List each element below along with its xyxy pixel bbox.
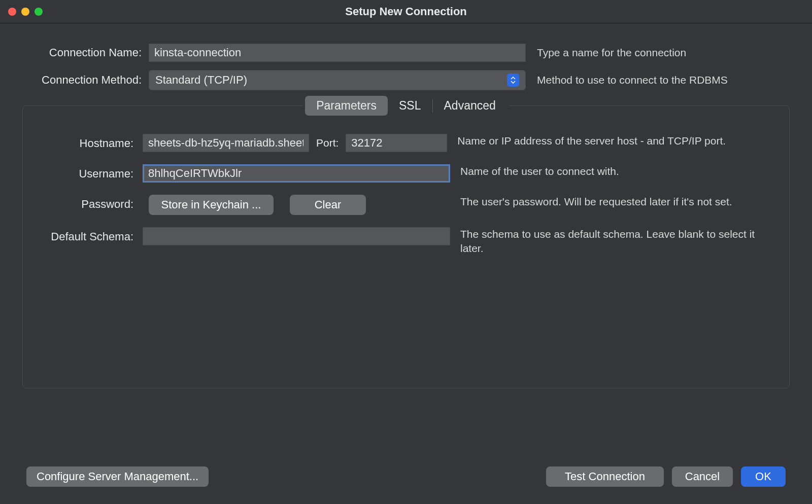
titlebar: Setup New Connection (0, 0, 812, 23)
password-hint: The user's password. Will be requested l… (460, 195, 771, 209)
dialog-content: Connection Name: Type a name for the con… (0, 23, 812, 404)
username-input[interactable] (143, 164, 450, 183)
cancel-button[interactable]: Cancel (672, 466, 733, 487)
password-label: Password: (41, 195, 143, 211)
port-input[interactable] (346, 134, 447, 152)
connection-name-row: Connection Name: Type a name for the con… (22, 44, 790, 62)
username-label: Username: (41, 164, 143, 181)
connection-name-hint: Type a name for the connection (537, 46, 686, 59)
hostname-label: Hostname: (41, 134, 143, 150)
connection-method-value: Standard (TCP/IP) (155, 74, 247, 87)
connection-method-row: Connection Method: Standard (TCP/IP) Met… (22, 70, 790, 90)
connection-name-label: Connection Name: (22, 46, 149, 59)
username-hint: Name of the user to connect with. (460, 164, 771, 178)
window-title: Setup New Connection (0, 5, 812, 18)
hostname-hint: Name or IP address of the server host - … (457, 134, 771, 148)
connection-name-input[interactable] (149, 44, 526, 62)
username-row: Username: Name of the user to connect wi… (41, 164, 771, 183)
configure-server-button[interactable]: Configure Server Management... (26, 466, 209, 487)
schema-label: Default Schema: (41, 227, 143, 243)
test-connection-button[interactable]: Test Connection (546, 466, 664, 487)
dropdown-arrow-icon (507, 74, 519, 87)
clear-password-button[interactable]: Clear (290, 195, 366, 215)
store-keychain-button[interactable]: Store in Keychain ... (149, 195, 274, 215)
hostname-input[interactable] (143, 134, 309, 152)
connection-method-dropdown[interactable]: Standard (TCP/IP) (149, 70, 526, 90)
tab-parameters[interactable]: Parameters (305, 96, 388, 116)
parameters-panel: Parameters SSL Advanced Hostname: Port: … (22, 105, 790, 388)
dialog-footer: Configure Server Management... Test Conn… (26, 466, 786, 487)
parameters-form: Hostname: Port: Name or IP address of th… (23, 134, 789, 256)
maximize-window-button[interactable] (35, 8, 43, 16)
footer-right: Test Connection Cancel OK (546, 466, 786, 487)
tab-ssl[interactable]: SSL (388, 96, 432, 116)
schema-row: Default Schema: The schema to use as def… (41, 227, 771, 256)
schema-hint: The schema to use as default schema. Lea… (460, 227, 771, 256)
port-label: Port: (316, 137, 339, 149)
close-window-button[interactable] (8, 8, 16, 16)
connection-method-hint: Method to use to connect to the RDBMS (537, 73, 728, 87)
schema-input[interactable] (143, 227, 450, 245)
hostname-row: Hostname: Port: Name or IP address of th… (41, 134, 771, 152)
tab-advanced[interactable]: Advanced (433, 96, 507, 116)
connection-method-label: Connection Method: (22, 74, 149, 87)
tab-group: Parameters SSL Advanced (303, 96, 509, 116)
tab-bar: Parameters SSL Advanced (23, 96, 789, 116)
ok-button[interactable]: OK (741, 466, 786, 487)
password-row: Password: Store in Keychain ... Clear Th… (41, 195, 771, 215)
traffic-lights (8, 8, 43, 16)
minimize-window-button[interactable] (21, 8, 29, 16)
